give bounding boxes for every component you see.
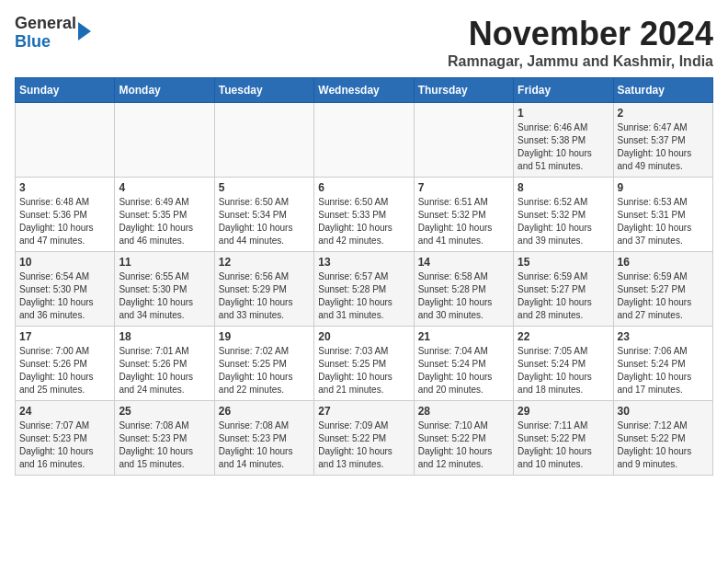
calendar-body: 1Sunrise: 6:46 AM Sunset: 5:38 PM Daylig… [16, 103, 713, 476]
day-info: Sunrise: 6:57 AM Sunset: 5:28 PM Dayligh… [318, 270, 409, 322]
calendar-week-row: 24Sunrise: 7:07 AM Sunset: 5:23 PM Dayli… [16, 401, 713, 476]
calendar-cell: 28Sunrise: 7:10 AM Sunset: 5:22 PM Dayli… [414, 401, 513, 476]
day-info: Sunrise: 7:01 AM Sunset: 5:26 PM Dayligh… [119, 345, 210, 396]
calendar-cell: 12Sunrise: 6:56 AM Sunset: 5:29 PM Dayli… [214, 252, 313, 327]
calendar-cell: 3Sunrise: 6:48 AM Sunset: 5:36 PM Daylig… [16, 178, 115, 252]
day-number: 10 [19, 256, 110, 269]
day-number: 7 [418, 181, 509, 194]
day-number: 1 [518, 107, 609, 120]
day-number: 29 [518, 405, 609, 418]
day-info: Sunrise: 7:04 AM Sunset: 5:24 PM Dayligh… [418, 345, 509, 396]
day-number: 15 [518, 256, 609, 269]
day-info: Sunrise: 6:50 AM Sunset: 5:33 PM Dayligh… [318, 196, 409, 247]
day-info: Sunrise: 7:02 AM Sunset: 5:25 PM Dayligh… [219, 345, 310, 396]
calendar-cell [115, 103, 214, 178]
calendar-cell: 11Sunrise: 6:55 AM Sunset: 5:30 PM Dayli… [115, 252, 214, 327]
calendar-header: SundayMondayTuesdayWednesdayThursdayFrid… [16, 78, 713, 103]
weekday-header-monday: Monday [115, 78, 214, 103]
day-number: 6 [318, 181, 409, 194]
calendar-cell: 5Sunrise: 6:50 AM Sunset: 5:34 PM Daylig… [214, 178, 313, 252]
calendar-cell [414, 103, 513, 178]
day-number: 5 [219, 181, 310, 194]
day-info: Sunrise: 6:48 AM Sunset: 5:36 PM Dayligh… [19, 196, 110, 247]
day-number: 2 [618, 107, 709, 120]
day-info: Sunrise: 6:46 AM Sunset: 5:38 PM Dayligh… [518, 121, 609, 173]
day-number: 18 [119, 330, 210, 343]
day-info: Sunrise: 7:05 AM Sunset: 5:24 PM Dayligh… [518, 345, 609, 396]
day-number: 4 [119, 181, 210, 194]
calendar-cell: 26Sunrise: 7:08 AM Sunset: 5:23 PM Dayli… [214, 401, 313, 476]
day-info: Sunrise: 6:59 AM Sunset: 5:27 PM Dayligh… [518, 270, 609, 322]
day-info: Sunrise: 7:03 AM Sunset: 5:25 PM Dayligh… [318, 345, 409, 396]
day-number: 3 [19, 181, 110, 194]
calendar-cell: 6Sunrise: 6:50 AM Sunset: 5:33 PM Daylig… [314, 178, 414, 252]
day-info: Sunrise: 7:06 AM Sunset: 5:24 PM Dayligh… [618, 345, 709, 396]
calendar-cell: 14Sunrise: 6:58 AM Sunset: 5:28 PM Dayli… [414, 252, 513, 327]
calendar-table: SundayMondayTuesdayWednesdayThursdayFrid… [15, 77, 713, 476]
day-number: 25 [119, 405, 210, 418]
calendar-cell: 16Sunrise: 6:59 AM Sunset: 5:27 PM Dayli… [613, 252, 712, 327]
weekday-header-thursday: Thursday [414, 78, 513, 103]
day-info: Sunrise: 6:50 AM Sunset: 5:34 PM Dayligh… [219, 196, 310, 247]
calendar-week-row: 17Sunrise: 7:00 AM Sunset: 5:26 PM Dayli… [16, 327, 713, 401]
calendar-cell: 9Sunrise: 6:53 AM Sunset: 5:31 PM Daylig… [613, 178, 712, 252]
calendar-cell: 17Sunrise: 7:00 AM Sunset: 5:26 PM Dayli… [16, 327, 115, 401]
day-number: 8 [518, 181, 609, 194]
day-number: 24 [19, 405, 110, 418]
day-info: Sunrise: 6:54 AM Sunset: 5:30 PM Dayligh… [19, 270, 110, 322]
logo-blue: Blue [15, 32, 51, 51]
day-info: Sunrise: 7:08 AM Sunset: 5:23 PM Dayligh… [219, 419, 310, 471]
calendar-week-row: 3Sunrise: 6:48 AM Sunset: 5:36 PM Daylig… [16, 178, 713, 252]
logo-general: General [15, 14, 76, 32]
weekday-header-sunday: Sunday [16, 78, 115, 103]
day-info: Sunrise: 6:51 AM Sunset: 5:32 PM Dayligh… [418, 196, 509, 247]
day-number: 19 [219, 330, 310, 343]
weekday-header-tuesday: Tuesday [214, 78, 313, 103]
calendar-cell: 30Sunrise: 7:12 AM Sunset: 5:22 PM Dayli… [613, 401, 712, 476]
calendar-cell: 4Sunrise: 6:49 AM Sunset: 5:35 PM Daylig… [115, 178, 214, 252]
month-title: November 2024 [448, 15, 713, 53]
day-number: 17 [19, 330, 110, 343]
logo-text: General Blue [15, 15, 76, 52]
day-info: Sunrise: 7:00 AM Sunset: 5:26 PM Dayligh… [19, 345, 110, 396]
calendar-cell: 21Sunrise: 7:04 AM Sunset: 5:24 PM Dayli… [414, 327, 513, 401]
day-number: 28 [418, 405, 509, 418]
day-number: 21 [418, 330, 509, 343]
calendar-cell: 20Sunrise: 7:03 AM Sunset: 5:25 PM Dayli… [314, 327, 414, 401]
calendar-cell: 7Sunrise: 6:51 AM Sunset: 5:32 PM Daylig… [414, 178, 513, 252]
calendar-cell: 29Sunrise: 7:11 AM Sunset: 5:22 PM Dayli… [514, 401, 613, 476]
day-info: Sunrise: 6:56 AM Sunset: 5:29 PM Dayligh… [219, 270, 310, 322]
day-info: Sunrise: 6:55 AM Sunset: 5:30 PM Dayligh… [119, 270, 210, 322]
calendar-cell [314, 103, 414, 178]
day-number: 30 [618, 405, 709, 418]
weekday-header-saturday: Saturday [613, 78, 712, 103]
page-header: General Blue November 2024 Ramnagar, Jam… [15, 15, 713, 70]
calendar-week-row: 1Sunrise: 6:46 AM Sunset: 5:38 PM Daylig… [16, 103, 713, 178]
logo-arrow-icon [78, 22, 91, 40]
day-info: Sunrise: 6:53 AM Sunset: 5:31 PM Dayligh… [618, 196, 709, 247]
calendar-cell: 13Sunrise: 6:57 AM Sunset: 5:28 PM Dayli… [314, 252, 414, 327]
calendar-cell: 8Sunrise: 6:52 AM Sunset: 5:32 PM Daylig… [514, 178, 613, 252]
logo: General Blue [15, 15, 91, 52]
day-number: 13 [318, 256, 409, 269]
day-number: 12 [219, 256, 310, 269]
calendar-cell: 1Sunrise: 6:46 AM Sunset: 5:38 PM Daylig… [514, 103, 613, 178]
calendar-cell: 25Sunrise: 7:08 AM Sunset: 5:23 PM Dayli… [115, 401, 214, 476]
calendar-cell: 18Sunrise: 7:01 AM Sunset: 5:26 PM Dayli… [115, 327, 214, 401]
calendar-cell: 23Sunrise: 7:06 AM Sunset: 5:24 PM Dayli… [613, 327, 712, 401]
calendar-week-row: 10Sunrise: 6:54 AM Sunset: 5:30 PM Dayli… [16, 252, 713, 327]
day-info: Sunrise: 6:58 AM Sunset: 5:28 PM Dayligh… [418, 270, 509, 322]
day-number: 23 [618, 330, 709, 343]
day-info: Sunrise: 7:11 AM Sunset: 5:22 PM Dayligh… [518, 419, 609, 471]
calendar-cell: 19Sunrise: 7:02 AM Sunset: 5:25 PM Dayli… [214, 327, 313, 401]
title-block: November 2024 Ramnagar, Jammu and Kashmi… [448, 15, 713, 70]
day-info: Sunrise: 6:47 AM Sunset: 5:37 PM Dayligh… [618, 121, 709, 173]
calendar-cell [16, 103, 115, 178]
day-number: 14 [418, 256, 509, 269]
day-number: 26 [219, 405, 310, 418]
day-number: 27 [318, 405, 409, 418]
calendar-cell: 22Sunrise: 7:05 AM Sunset: 5:24 PM Dayli… [514, 327, 613, 401]
day-number: 22 [518, 330, 609, 343]
day-info: Sunrise: 7:08 AM Sunset: 5:23 PM Dayligh… [119, 419, 210, 471]
weekday-header-wednesday: Wednesday [314, 78, 414, 103]
